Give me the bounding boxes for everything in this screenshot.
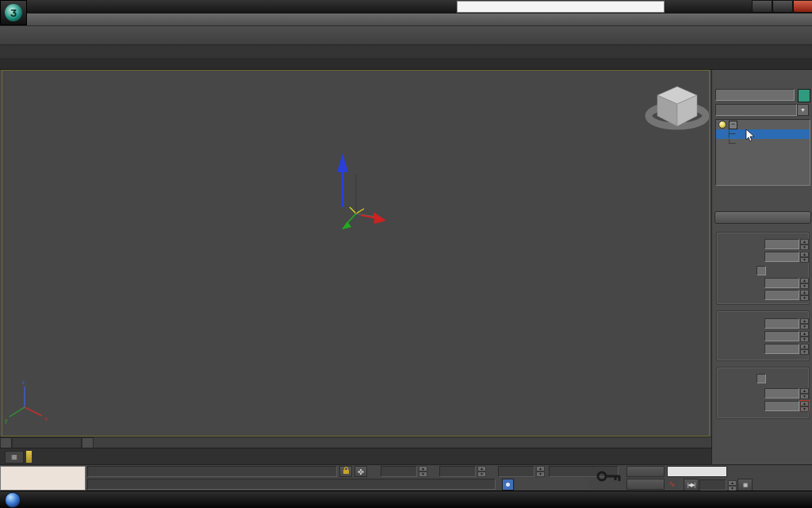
modifier-stack: − ├─ └─ xyxy=(715,119,810,186)
frame-spinner[interactable]: ▲▼ xyxy=(728,480,737,491)
roughness-spinner[interactable]: ▲▼ xyxy=(800,278,809,288)
key-filters-curve-icon: ∿ xyxy=(668,479,675,488)
strength-group: ▲▼ ▲▼ ▲▼ xyxy=(716,310,810,361)
strength-x-field[interactable] xyxy=(764,318,799,329)
timeline-ruler[interactable]: ▦ xyxy=(0,448,711,464)
maximize-button[interactable] xyxy=(772,0,793,13)
prompt-line xyxy=(87,479,496,490)
terrain-mesh[interactable] xyxy=(2,71,709,436)
strength-y-spinner[interactable]: ▲▼ xyxy=(800,331,809,341)
close-button[interactable] xyxy=(793,0,812,13)
modifier-list-dropdown[interactable] xyxy=(715,104,797,116)
noise-group: ▲▼ ▲▼ ▲▼ ▲▼ xyxy=(716,232,810,305)
mouse-cursor xyxy=(745,129,756,142)
frequency-field[interactable] xyxy=(764,388,799,398)
3ds-max-application-window: { "titlebar": { "app_title": "Autodesk 3… xyxy=(0,0,812,508)
seed-spinner[interactable]: ▲▼ xyxy=(800,239,809,249)
tree-indent xyxy=(718,148,721,158)
tree-branch: └─ xyxy=(718,139,740,148)
iterations-spinner[interactable]: ▲▼ xyxy=(800,290,809,300)
phase-field[interactable] xyxy=(764,401,799,411)
key-mode-toggle[interactable]: |◀▶| xyxy=(684,479,699,491)
status-bar: ✜ ▲▼ ▲▼ ▲▼ ∿ |◀▶| ▲▼ ▦ xyxy=(0,464,812,491)
time-configuration-button[interactable]: ▦ xyxy=(737,479,753,491)
stack-row-center[interactable]: └─ xyxy=(716,139,810,148)
windows-taskbar xyxy=(0,491,812,508)
add-time-tag[interactable] xyxy=(515,479,588,490)
stack-row-plane[interactable] xyxy=(716,148,810,158)
strength-x-spinner[interactable]: ▲▼ xyxy=(800,318,809,329)
lock-icon xyxy=(343,467,350,475)
frequency-spinner[interactable]: ▲▼ xyxy=(800,388,809,398)
time-slider-handle[interactable] xyxy=(25,450,33,464)
modifier-enable-bulb-icon[interactable] xyxy=(718,121,726,129)
ribbon-subtab-bar xyxy=(0,58,812,70)
x-coord-spinner[interactable]: ▲▼ xyxy=(419,466,427,476)
auto-key-button[interactable] xyxy=(626,466,665,477)
ribbon-tab-bar xyxy=(0,45,812,58)
frame-counter-field[interactable] xyxy=(12,437,82,448)
next-frame-arrow[interactable] xyxy=(82,437,94,448)
modifier-list-arrow-icon[interactable]: ▼ xyxy=(797,104,809,116)
open-mini-curve-editor-button[interactable]: ▦ xyxy=(5,451,24,464)
z-coordinate-field[interactable] xyxy=(498,466,534,477)
y-coordinate-field[interactable] xyxy=(439,466,476,477)
frame-controls: |◀▶| ▲▼ ▦ xyxy=(684,479,753,491)
perspective-viewport[interactable]: z x y xyxy=(2,70,710,437)
roughness-field[interactable] xyxy=(764,278,799,288)
key-mode-dropdown[interactable] xyxy=(667,466,727,477)
system-tray xyxy=(777,493,809,507)
3ds-max-logo-icon: Ӡ xyxy=(5,4,22,21)
title-bar xyxy=(0,0,812,13)
time-tag-icon xyxy=(502,479,514,491)
previous-frame-arrow[interactable] xyxy=(0,437,12,448)
stack-row-gizmo[interactable]: ├─ xyxy=(716,129,810,139)
minimize-button[interactable] xyxy=(752,0,772,13)
scale-spinner[interactable]: ▲▼ xyxy=(800,252,809,262)
x-coordinate-field[interactable] xyxy=(381,466,417,477)
set-key-button[interactable] xyxy=(626,479,665,490)
strength-z-field[interactable] xyxy=(764,344,799,354)
scale-field[interactable] xyxy=(764,252,799,262)
fractal-checkbox[interactable] xyxy=(756,266,766,275)
selection-status-field xyxy=(87,466,337,477)
z-coord-spinner[interactable]: ▲▼ xyxy=(536,466,545,476)
animation-group: ▲▼ ▲▼ xyxy=(716,367,810,419)
expand-modifier-icon[interactable]: − xyxy=(729,121,737,129)
external-overlay-window xyxy=(0,466,86,491)
selection-lock-toggle[interactable] xyxy=(339,466,352,477)
tree-branch: ├─ xyxy=(718,129,740,139)
y-coord-spinner[interactable]: ▲▼ xyxy=(477,466,486,476)
menu-bar xyxy=(0,13,812,26)
absolute-offset-mode-toggle[interactable]: ✜ xyxy=(354,466,367,477)
command-panel: ▼ − ├─ └─ ▲▼ xyxy=(711,70,812,464)
animate-noise-checkbox[interactable] xyxy=(756,374,766,383)
iterations-field[interactable] xyxy=(764,290,799,300)
object-color-swatch[interactable] xyxy=(798,89,810,102)
strength-z-spinner[interactable]: ▲▼ xyxy=(800,344,809,354)
window-controls xyxy=(752,0,812,13)
track-bar xyxy=(0,437,711,448)
set-keys-key-icon[interactable] xyxy=(596,468,622,484)
seed-field[interactable] xyxy=(764,239,799,249)
phase-spinner[interactable]: ▲▼ xyxy=(800,401,809,411)
infocenter-search-input[interactable] xyxy=(457,1,665,13)
application-menu-button[interactable]: Ӡ xyxy=(0,0,27,25)
parameters-rollout-header[interactable] xyxy=(714,211,811,224)
stack-row-noise[interactable]: − xyxy=(716,120,810,129)
current-frame-field[interactable] xyxy=(699,479,726,491)
start-button[interactable] xyxy=(5,492,21,508)
object-name-field[interactable] xyxy=(715,89,795,101)
strength-y-field[interactable] xyxy=(764,331,799,341)
main-toolbar xyxy=(0,26,812,45)
